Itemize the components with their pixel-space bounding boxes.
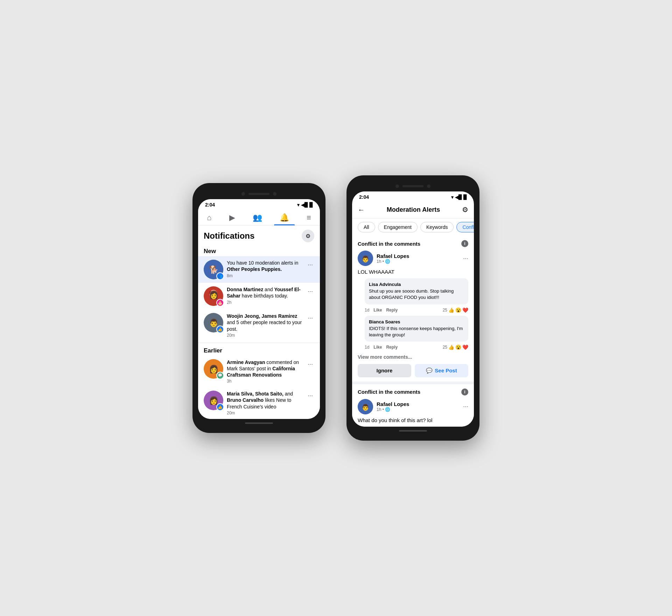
status-icons: ▾ ◀▉ ▉ bbox=[297, 202, 313, 208]
see-post-button-1[interactable]: 💬 See Post bbox=[415, 364, 468, 377]
author-meta-1: 1h • 🌐 bbox=[377, 259, 460, 264]
reaction-emoji-wow-1: 😮 bbox=[455, 307, 461, 313]
svg-text:👨: 👨 bbox=[362, 255, 370, 263]
phone2-screen: 2:04 ▾ ◀▉ ▉ ← Moderation Alerts ⚙ All En… bbox=[352, 191, 474, 427]
notif-avatar-4: 👩 💬 bbox=[204, 359, 223, 379]
reaction-count-1: 25 👍 😮 ❤️ bbox=[443, 307, 468, 313]
ignore-button-1[interactable]: Ignore bbox=[358, 364, 411, 377]
notif-time-4: 3h bbox=[227, 379, 303, 384]
notification-item-5[interactable]: 👩 👍 Maria Silva, Shota Saito, and Bruno … bbox=[198, 387, 320, 419]
nav-notifications[interactable]: 🔔 bbox=[274, 212, 295, 224]
author-avatar-1: 👨 bbox=[358, 251, 373, 266]
author-svg-1: 👨 bbox=[358, 251, 373, 266]
post-more-btn-2[interactable]: ··· bbox=[463, 403, 468, 410]
notif-more-btn-5[interactable]: ··· bbox=[306, 391, 314, 401]
home-indicator bbox=[245, 422, 273, 424]
comment-text-2: IDIOTS! If this nonsense keeps happening… bbox=[369, 326, 464, 338]
action-buttons-1: Ignore 💬 See Post bbox=[358, 364, 468, 382]
post-text-2: What do you think of this art? lol bbox=[358, 417, 468, 423]
section-divider bbox=[198, 343, 320, 343]
notif-more-btn-3[interactable]: ··· bbox=[306, 313, 314, 323]
filter-keywords[interactable]: Keywords bbox=[420, 222, 454, 232]
back-button[interactable]: ← bbox=[358, 206, 365, 214]
notif-text-1: You have 10 moderation alerts in Other P… bbox=[227, 260, 303, 272]
comment-author-1: Lisa Advincula bbox=[369, 282, 464, 287]
info-button-1[interactable]: i bbox=[461, 240, 468, 247]
svg-text:🐕: 🐕 bbox=[209, 265, 219, 274]
info-button-2[interactable]: i bbox=[461, 388, 468, 396]
wifi-icon: ▾ bbox=[297, 202, 300, 208]
notif-more-btn-2[interactable]: ··· bbox=[306, 286, 314, 296]
section-new: New bbox=[198, 245, 320, 256]
see-post-icon-1: 💬 bbox=[426, 368, 433, 374]
notif-content-5: Maria Silva, Shota Saito, and Bruno Carv… bbox=[227, 391, 303, 415]
video-icon: ▶ bbox=[229, 214, 235, 222]
camera-dot-2 bbox=[273, 192, 276, 196]
conflict-label-2: Conflict in the comments i bbox=[358, 388, 468, 396]
like-action-2[interactable]: Like bbox=[373, 345, 382, 350]
reaction-emoji-wow-2: 😮 bbox=[455, 344, 461, 350]
phone2-bezel-top bbox=[352, 181, 474, 191]
section-earlier: Earlier bbox=[198, 344, 320, 356]
notif-time-1: 8m bbox=[227, 273, 303, 278]
post-more-btn-1[interactable]: ··· bbox=[463, 255, 468, 262]
phone-notifications: 2:04 ▾ ◀▉ ▉ ⌂ ▶ 👥 🔔 ≡ bbox=[192, 183, 326, 433]
notif-text-5: Maria Silva, Shota Saito, and Bruno Carv… bbox=[227, 391, 303, 410]
post-author-1: 👨 Rafael Lopes 1h • 🌐 ··· bbox=[358, 251, 468, 266]
phone-moderation: 2:04 ▾ ◀▉ ▉ ← Moderation Alerts ⚙ All En… bbox=[346, 175, 479, 441]
comment-actions-1: 1d Like Reply 25 👍 😮 ❤️ bbox=[365, 307, 468, 313]
speaker-grille bbox=[248, 193, 270, 195]
view-more-comments[interactable]: View more comments... bbox=[358, 353, 468, 364]
notification-item-2[interactable]: 👩 🎂 Donna Martinez and Youssef El-Sahar … bbox=[198, 283, 320, 309]
see-post-label-1: See Post bbox=[435, 368, 457, 373]
nav-video[interactable]: ▶ bbox=[224, 212, 241, 224]
notif-avatar-2: 👩 🎂 bbox=[204, 286, 223, 306]
nav-home[interactable]: ⌂ bbox=[201, 212, 217, 224]
notif-avatar-1: 🐕 👥 bbox=[204, 260, 223, 279]
notif-more-btn-4[interactable]: ··· bbox=[306, 359, 314, 369]
phone2-status-time: 2:04 bbox=[359, 194, 369, 200]
comment-actions-2: 1d Like Reply 25 👍 😮 ❤️ bbox=[365, 344, 468, 350]
filter-engagement[interactable]: Engagement bbox=[378, 222, 418, 232]
home-icon: ⌂ bbox=[207, 214, 211, 222]
moderation-title: Moderation Alerts bbox=[369, 206, 458, 214]
author-name-1: Rafael Lopes bbox=[377, 253, 460, 259]
reply-action-1[interactable]: Reply bbox=[386, 308, 398, 313]
settings-button[interactable]: ⚙ bbox=[302, 230, 314, 242]
comment-1: Lisa Advincula Shut up you are soooo dum… bbox=[365, 278, 468, 304]
phone2-status-icons: ▾ ◀▉ ▉ bbox=[451, 195, 467, 200]
nav-menu[interactable]: ≡ bbox=[301, 212, 317, 224]
phone2-home-indicator bbox=[399, 430, 427, 432]
notif-time-5: 20m bbox=[227, 411, 303, 415]
phone2-status-bar: 2:04 ▾ ◀▉ ▉ bbox=[352, 191, 474, 201]
notification-item-4[interactable]: 👩 💬 Armine Avagyan commented on Mark San… bbox=[198, 356, 320, 387]
author-name-2: Rafael Lopes bbox=[377, 401, 460, 407]
conflict-label-1: Conflict in the comments i bbox=[358, 240, 468, 247]
like-action-1[interactable]: Like bbox=[373, 308, 382, 313]
phone2-camera-dot-2 bbox=[427, 184, 430, 188]
notif-content-4: Armine Avagyan commented on Mark Santos'… bbox=[227, 359, 303, 384]
filter-conflict[interactable]: Conflict bbox=[456, 222, 474, 232]
conflict-section-2: Conflict in the comments i 👨 Rafael Lope… bbox=[352, 384, 474, 423]
section-thick-divider bbox=[352, 382, 474, 384]
svg-text:👩: 👩 bbox=[209, 290, 219, 300]
phone2-wifi-icon: ▾ bbox=[451, 195, 454, 200]
moderation-gear-button[interactable]: ⚙ bbox=[462, 205, 468, 214]
notif-text-2: Donna Martinez and Youssef El-Sahar have… bbox=[227, 286, 303, 299]
notif-more-btn-1[interactable]: ··· bbox=[306, 260, 314, 270]
conflict-section-1: Conflict in the comments i 👨 Rafael Lope… bbox=[352, 236, 474, 382]
notification-item-3[interactable]: 👨 👍 Woojin Jeong, James Ramirez and 5 ot… bbox=[198, 309, 320, 341]
notif-content-2: Donna Martinez and Youssef El-Sahar have… bbox=[227, 286, 303, 304]
reply-action-2[interactable]: Reply bbox=[386, 345, 398, 350]
filter-all[interactable]: All bbox=[358, 222, 375, 232]
notif-text-4: Armine Avagyan commented on Mark Santos'… bbox=[227, 359, 303, 378]
conflict-title-1: Conflict in the comments bbox=[358, 241, 420, 247]
notification-item-1[interactable]: 🐕 👥 You have 10 moderation alerts in Oth… bbox=[198, 256, 320, 283]
svg-text:👨: 👨 bbox=[362, 404, 370, 411]
notif-text-3: Woojin Jeong, James Ramirez and 5 other … bbox=[227, 313, 303, 332]
nav-groups[interactable]: 👥 bbox=[247, 212, 268, 224]
status-time: 2:04 bbox=[205, 202, 215, 208]
battery-icon: ▉ bbox=[309, 202, 313, 208]
comment-text-1: Shut up you are soooo dumb. Stop talking… bbox=[369, 288, 464, 301]
avatar-badge-5: 👍 bbox=[216, 403, 224, 411]
